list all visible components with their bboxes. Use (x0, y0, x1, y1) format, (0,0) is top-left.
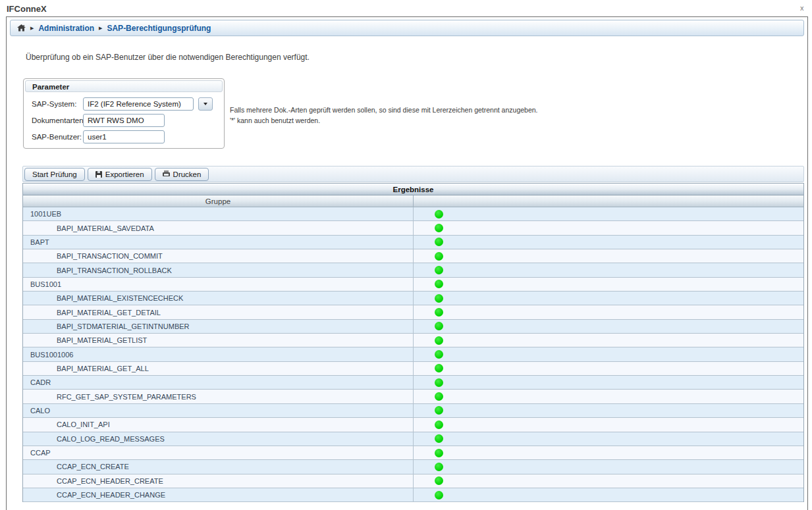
status-ok-icon (435, 238, 443, 246)
row-label: CALO_INIT_API (23, 421, 110, 428)
table-row-status-cell (414, 446, 803, 459)
table-row[interactable]: CADR (23, 376, 803, 390)
breadcrumb-item-administration[interactable]: Administration (38, 24, 94, 33)
hint-text: Falls mehrere Dok.-Arten geprüft werden … (230, 105, 538, 126)
table-row-group-cell: BAPI_MATERIAL_SAVEDATA (23, 221, 414, 234)
table-row-group-cell: CCAP_ECN_HEADER_CREATE (23, 474, 414, 488)
table-row-group-cell: 1001UEB (23, 207, 414, 220)
table-row[interactable]: CCAP_ECN_HEADER_CHANGE (23, 488, 803, 502)
table-row[interactable]: CCAP (23, 446, 803, 460)
table-row-group-cell: BAPI_MATERIAL_GETLIST (23, 334, 414, 347)
hint-line-1: Falls mehrere Dok.-Arten geprüft werden … (230, 105, 538, 115)
status-ok-icon (435, 308, 443, 317)
row-label: CCAP_ECN_HEADER_CREATE (23, 477, 163, 485)
status-ok-icon (435, 336, 443, 345)
table-row-status-cell (414, 236, 803, 249)
dokumentarten-label: Dokumentarten: (32, 116, 86, 124)
table-row[interactable]: BUS1001 (23, 278, 803, 292)
hint-line-2: '*' kann auch benutzt werden. (230, 115, 538, 126)
table-row[interactable]: BAPI_MATERIAL_EXISTENCECHECK (23, 292, 803, 305)
sap-system-row: SAP-System: (32, 97, 76, 111)
table-row-group-cell: BAPI_STDMATERIAL_GETINTNUMBER (23, 320, 414, 333)
sap-benutzer-row: SAP-Benutzer: (32, 130, 82, 143)
status-ok-icon (435, 392, 443, 401)
row-label: BAPI_STDMATERIAL_GETINTNUMBER (23, 322, 190, 330)
table-row[interactable]: BAPI_MATERIAL_GET_ALL (23, 362, 803, 376)
table-row[interactable]: CALO_LOG_READ_MESSAGES (23, 432, 803, 446)
table-row[interactable]: BAPI_MATERIAL_GET_DETAIL (23, 305, 803, 319)
row-label: CCAP_ECN_HEADER_CHANGE (23, 491, 165, 499)
table-row-group-cell: BAPI_TRANSACTION_ROLLBACK (23, 263, 414, 276)
table-row[interactable]: 1001UEB (23, 207, 803, 221)
row-label: BAPI_MATERIAL_EXISTENCECHECK (23, 294, 183, 302)
app-title: IFConneX (7, 4, 47, 14)
main-panel: ▶ Administration ▶ SAP-Berechtigungsprüf… (6, 16, 808, 510)
table-row-group-cell: RFC_GET_SAP_SYSTEM_PARAMETERS (23, 390, 414, 403)
table-row-group-cell: CCAP_ECN_HEADER_CHANGE (23, 488, 414, 501)
table-row[interactable]: BAPI_MATERIAL_GETLIST (23, 334, 803, 347)
table-row[interactable]: CCAP_ECN_CREATE (23, 460, 803, 474)
table-row-status-cell (414, 418, 803, 431)
row-label: BAPT (23, 238, 49, 246)
table-row-status-cell (414, 347, 803, 361)
table-row[interactable]: CCAP_ECN_HEADER_CREATE (23, 474, 803, 488)
table-row[interactable]: BAPI_STDMATERIAL_GETINTNUMBER (23, 320, 803, 334)
table-row-group-cell: BUS1001006 (23, 347, 414, 361)
breadcrumb-item-sap-berechtigungspruefung[interactable]: SAP-Berechtigungsprüfung (107, 24, 211, 33)
close-icon[interactable]: x (800, 4, 804, 12)
status-ok-icon (435, 322, 443, 330)
table-row-group-cell: BAPI_MATERIAL_GET_DETAIL (23, 305, 414, 319)
parameter-panel-title: Parameter (25, 80, 223, 92)
row-label: BAPI_MATERIAL_GETLIST (23, 336, 147, 344)
table-row-group-cell: CCAP (23, 446, 414, 459)
table-row[interactable]: CALO_INIT_API (23, 418, 803, 432)
table-row-status-cell (414, 404, 803, 417)
sap-system-dropdown-button[interactable] (198, 97, 213, 111)
table-row-group-cell: CALO_LOG_READ_MESSAGES (23, 432, 414, 446)
table-row[interactable]: BUS1001006 (23, 347, 803, 361)
exportieren-label: Exportieren (105, 170, 144, 178)
drucken-button[interactable]: Drucken (155, 168, 209, 181)
sap-benutzer-field[interactable] (83, 130, 165, 143)
start-pruefung-button[interactable]: Start Prüfung (24, 168, 85, 181)
row-label: 1001UEB (23, 210, 61, 218)
table-row[interactable]: BAPI_MATERIAL_SAVEDATA (23, 221, 803, 235)
printer-icon (163, 172, 170, 176)
exportieren-button[interactable]: Exportieren (88, 168, 152, 181)
table-row-status-cell (414, 305, 803, 319)
results-table-body: 1001UEB BAPI_MATERIAL_SAVEDATA BAPT BAPI… (23, 207, 803, 502)
home-icon[interactable] (17, 24, 26, 32)
status-ok-icon (435, 280, 443, 288)
row-label: CCAP_ECN_CREATE (23, 463, 129, 471)
status-ok-icon (435, 378, 443, 387)
table-row-status-cell (414, 376, 803, 389)
status-ok-icon (435, 449, 443, 457)
row-label: CALO (23, 407, 50, 415)
table-row[interactable]: BAPT (23, 236, 803, 249)
dokumentarten-field[interactable] (83, 114, 165, 127)
status-ok-icon (435, 406, 443, 415)
table-row-status-cell (414, 207, 803, 220)
table-row-group-cell: BAPT (23, 236, 414, 249)
table-row-group-cell: BAPI_MATERIAL_EXISTENCECHECK (23, 292, 414, 305)
table-row[interactable]: BAPI_TRANSACTION_COMMIT (23, 249, 803, 263)
floppy-disk-icon (95, 171, 102, 178)
table-row[interactable]: RFC_GET_SAP_SYSTEM_PARAMETERS (23, 390, 803, 403)
status-ok-icon (435, 463, 443, 471)
sap-system-select[interactable] (83, 97, 194, 111)
status-ok-icon (435, 491, 443, 499)
row-label: BUS1001006 (23, 351, 73, 359)
drucken-label: Drucken (173, 170, 202, 178)
start-pruefung-label: Start Prüfung (32, 170, 77, 178)
row-label: CCAP (23, 449, 51, 457)
status-ok-icon (435, 476, 443, 485)
table-row[interactable]: BAPI_TRANSACTION_ROLLBACK (23, 263, 803, 277)
status-ok-icon (435, 294, 443, 303)
status-ok-icon (435, 252, 443, 261)
chevron-down-icon (203, 103, 207, 105)
row-label: CADR (23, 378, 51, 386)
row-label: BAPI_TRANSACTION_ROLLBACK (23, 267, 172, 274)
table-row[interactable]: CALO (23, 404, 803, 418)
table-row-status-cell (414, 249, 803, 263)
chevron-right-icon: ▶ (99, 26, 102, 30)
